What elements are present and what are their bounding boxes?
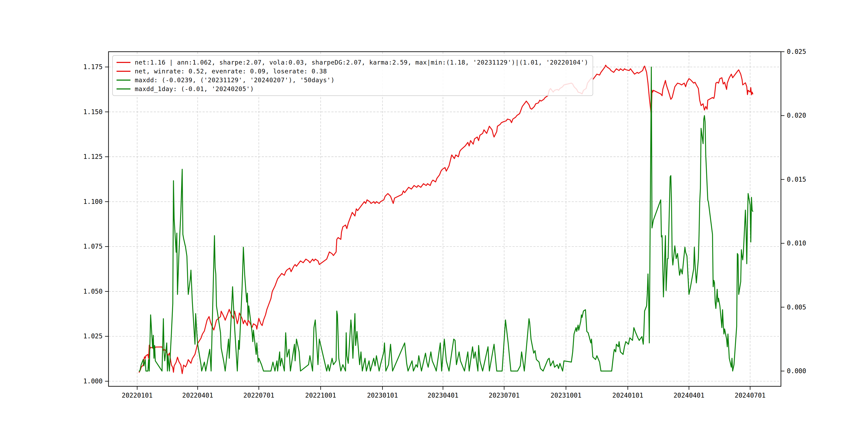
y-left-tick-label: 1.125	[83, 153, 103, 160]
y-left-tick-label: 1.100	[83, 198, 103, 206]
legend-item-2: maxdd: (-0.0239, ('20231129', '20240207'…	[117, 75, 588, 84]
x-tick-label: 20221001	[305, 392, 336, 399]
y-left-tick-label: 1.175	[83, 63, 103, 71]
y-left-tick-label: 1.025	[83, 333, 103, 340]
x-tick-label: 20230701	[489, 392, 520, 399]
legend: net:1.16 | ann:1.062, sharpe:2.07, vola:…	[112, 55, 593, 96]
legend-item-label: net:1.16 | ann:1.062, sharpe:2.07, vola:…	[135, 59, 588, 66]
x-tick-label: 20220101	[122, 392, 153, 399]
x-tick-label: 20220401	[182, 392, 213, 399]
x-tick-label: 20220701	[243, 392, 274, 399]
legend-item-3: maxdd_1day: (-0.01, '20240205')	[117, 84, 588, 93]
x-tick-label: 20231001	[551, 392, 582, 399]
legend-line-swatch	[117, 80, 130, 81]
x-tick-label: 20230101	[367, 392, 398, 399]
legend-line-swatch	[117, 62, 130, 63]
y-left-tick-label: 1.075	[83, 243, 103, 250]
x-tick-label: 20240701	[735, 392, 766, 399]
y-right-tick-label: 0.015	[787, 176, 806, 183]
legend-item-1: net, winrate: 0.52, evenrate: 0.09, lose…	[117, 67, 588, 75]
y-left-tick-label: 1.050	[83, 288, 103, 295]
legend-item-label: net, winrate: 0.52, evenrate: 0.09, lose…	[135, 68, 327, 75]
x-tick-label: 20230401	[428, 392, 459, 399]
y-left-tick-label: 1.000	[83, 377, 103, 385]
y-right-tick-label: 0.020	[787, 112, 806, 119]
legend-line-swatch	[117, 88, 130, 90]
legend-item-label: maxdd: (-0.0239, ('20231129', '20240207'…	[135, 76, 335, 84]
y-right-tick-label: 0.005	[787, 304, 806, 311]
x-tick-label: 20240101	[613, 392, 644, 399]
figure: netvalue drawdown curve: (20220104, 2024…	[0, 0, 868, 434]
legend-item-0: net:1.16 | ann:1.062, sharpe:2.07, vola:…	[117, 58, 588, 67]
y-right-tick-label: 0.025	[787, 48, 806, 56]
x-tick-label: 20240401	[674, 392, 705, 399]
y-right-tick-label: 0.000	[787, 367, 806, 375]
y-left-tick-label: 1.150	[83, 108, 103, 116]
y-right-tick-label: 0.010	[787, 240, 806, 247]
legend-line-swatch	[117, 71, 130, 72]
legend-item-label: maxdd_1day: (-0.01, '20240205')	[135, 86, 254, 92]
